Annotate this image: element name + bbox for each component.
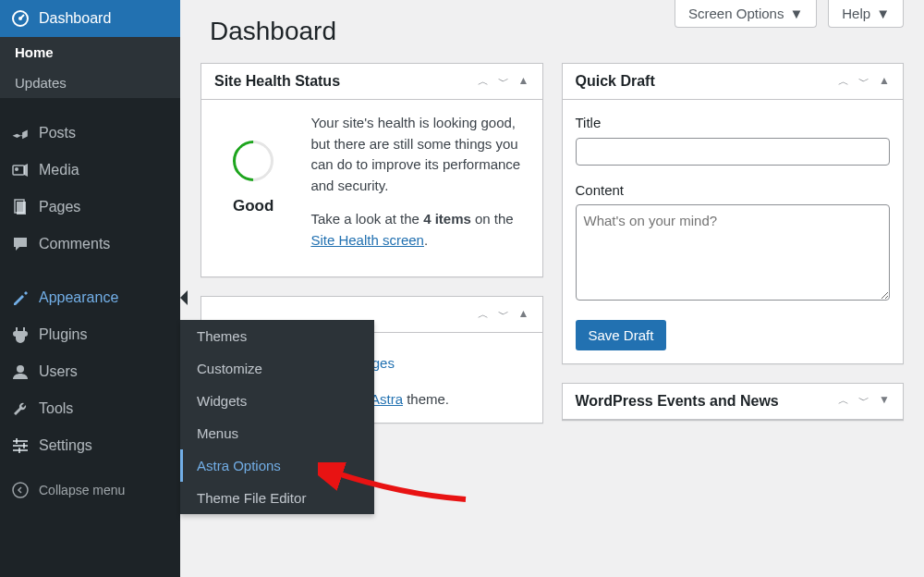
screen-options-button[interactable]: Screen Options ▼	[675, 0, 817, 28]
box-title: Site Health Status	[214, 73, 478, 90]
save-draft-button[interactable]: Save Draft	[576, 320, 667, 350]
svg-rect-11	[23, 443, 25, 448]
admin-sidebar: Dashboard Home Updates Posts Media Pages…	[0, 0, 180, 577]
health-gauge: Good	[214, 113, 292, 218]
sidebar-item-dashboard[interactable]: Dashboard	[0, 0, 180, 37]
gauge-label: Good	[233, 194, 274, 218]
button-label: Screen Options	[688, 6, 784, 21]
box-title: WordPress Events and News	[576, 393, 839, 410]
sidebar-label: Media	[39, 162, 79, 178]
svg-point-13	[13, 483, 28, 497]
toggle-icon[interactable]: ▼	[879, 393, 890, 409]
users-icon	[11, 362, 30, 381]
sidebar-item-pages[interactable]: Pages	[0, 189, 180, 226]
health-p1: Your site's health is looking good, but …	[310, 113, 529, 196]
site-health-box: Site Health Status ︿ ﹀ ▲ Good Y	[201, 63, 543, 277]
move-up-icon[interactable]: ︿	[838, 74, 849, 90]
move-up-icon[interactable]: ︿	[838, 393, 849, 409]
flyout-menus[interactable]: Menus	[180, 417, 374, 449]
sidebar-label: Dashboard	[39, 10, 111, 27]
theme-link[interactable]: Astra	[371, 391, 403, 407]
help-button[interactable]: Help ▼	[828, 0, 904, 28]
dashboard-icon	[11, 9, 30, 28]
sidebar-item-comments[interactable]: Comments	[0, 226, 180, 263]
move-down-icon[interactable]: ﹀	[498, 74, 509, 90]
draft-title-input[interactable]	[576, 138, 891, 166]
button-label: Help	[842, 6, 870, 21]
svg-rect-5	[17, 202, 26, 215]
comments-icon	[11, 235, 30, 253]
appearance-flyout: Themes Customize Widgets Menus Astra Opt…	[180, 320, 374, 514]
move-down-icon[interactable]: ﹀	[858, 393, 869, 409]
move-up-icon[interactable]: ︿	[478, 307, 489, 323]
health-p2: Take a look at the 4 items on the Site H…	[310, 209, 529, 251]
chevron-down-icon: ▼	[876, 6, 890, 21]
move-up-icon[interactable]: ︿	[478, 74, 489, 90]
draft-content-input[interactable]	[576, 204, 891, 301]
svg-rect-10	[16, 438, 18, 444]
sidebar-item-appearance[interactable]: Appearance	[0, 279, 180, 316]
sidebar-label: Collapse menu	[39, 483, 125, 497]
svg-point-6	[17, 365, 24, 373]
events-news-box: WordPress Events and News ︿ ﹀ ▼	[562, 383, 905, 421]
dashboard-submenu: Home Updates	[0, 37, 180, 98]
svg-point-1	[18, 17, 22, 20]
tools-icon	[11, 399, 30, 418]
svg-point-3	[15, 167, 18, 171]
toggle-icon[interactable]: ▲	[879, 74, 890, 90]
flyout-astra-options[interactable]: Astra Options	[180, 449, 374, 482]
sidebar-label: Posts	[39, 125, 76, 141]
pin-icon	[11, 124, 30, 142]
quick-draft-box: Quick Draft ︿ ﹀ ▲ Title Content Save Dra…	[562, 63, 905, 364]
move-down-icon[interactable]: ﹀	[858, 74, 869, 90]
sidebar-label: Plugins	[39, 326, 87, 343]
content-label: Content	[576, 180, 891, 202]
chevron-down-icon: ▼	[789, 6, 803, 21]
svg-rect-2	[13, 166, 24, 175]
sidebar-label: Appearance	[39, 289, 118, 306]
site-health-link[interactable]: Site Health screen	[310, 232, 424, 248]
collapse-icon	[11, 481, 30, 499]
sidebar-item-media[interactable]: Media	[0, 152, 180, 189]
flyout-customize[interactable]: Customize	[180, 352, 374, 385]
sidebar-label: Tools	[39, 400, 73, 417]
svg-rect-12	[18, 448, 20, 453]
sidebar-subitem-home[interactable]: Home	[0, 37, 180, 68]
svg-rect-8	[13, 445, 28, 447]
move-down-icon[interactable]: ﹀	[498, 307, 509, 323]
sidebar-item-users[interactable]: Users	[0, 353, 180, 390]
sidebar-item-posts[interactable]: Posts	[0, 115, 180, 152]
title-label: Title	[576, 113, 891, 134]
flyout-themes[interactable]: Themes	[180, 320, 374, 352]
sidebar-label: Users	[39, 363, 78, 380]
settings-icon	[11, 436, 30, 455]
sidebar-item-settings[interactable]: Settings	[0, 427, 180, 464]
appearance-icon	[11, 288, 30, 307]
sidebar-collapse[interactable]: Collapse menu	[0, 472, 180, 509]
sidebar-label: Pages	[39, 199, 80, 215]
pages-icon	[11, 198, 30, 216]
health-text: Your site's health is looking good, but …	[310, 113, 529, 264]
svg-rect-7	[13, 440, 28, 442]
flyout-theme-editor[interactable]: Theme File Editor	[180, 482, 374, 514]
box-title: Quick Draft	[576, 73, 839, 90]
sidebar-item-plugins[interactable]: Plugins	[0, 316, 180, 353]
plugins-icon	[11, 325, 30, 344]
sidebar-subitem-updates[interactable]: Updates	[0, 68, 180, 98]
sidebar-label: Settings	[39, 437, 92, 454]
toggle-icon[interactable]: ▲	[518, 74, 529, 90]
toggle-icon[interactable]: ▲	[518, 307, 529, 323]
flyout-widgets[interactable]: Widgets	[180, 385, 374, 417]
sidebar-label: Comments	[39, 236, 110, 252]
media-icon	[11, 161, 30, 179]
gauge-circle-icon	[225, 132, 282, 190]
sidebar-item-tools[interactable]: Tools	[0, 390, 180, 427]
